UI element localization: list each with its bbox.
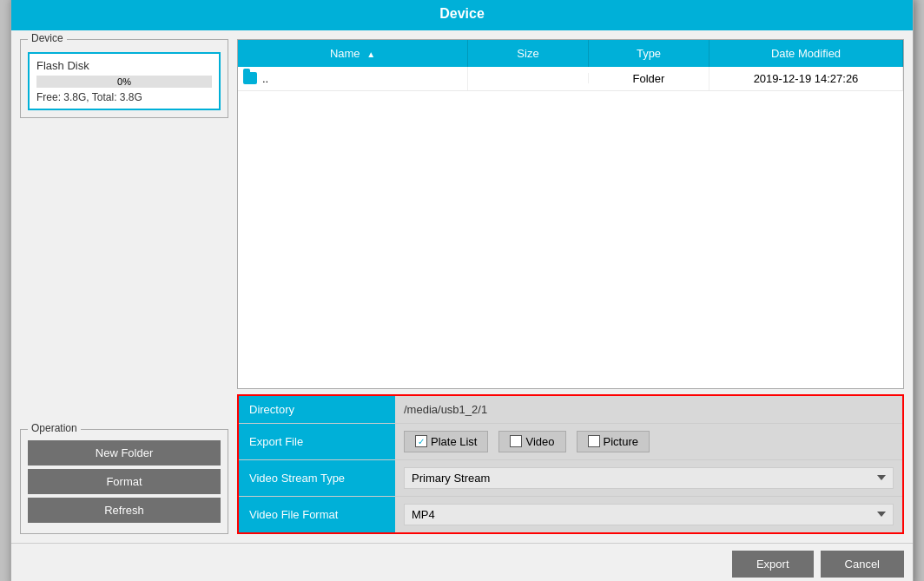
directory-row: Directory /media/usb1_2/1: [239, 396, 902, 424]
sort-arrow-icon: ▲: [366, 50, 375, 59]
file-name: ..: [262, 72, 268, 85]
progress-text: 0%: [36, 76, 212, 88]
device-name: Flash Disk: [36, 59, 212, 72]
folder-icon: [243, 72, 257, 84]
export-file-value: ✓ Plate List Video Picture: [395, 424, 902, 459]
export-file-label: Export File: [239, 424, 395, 459]
left-spacer: [20, 125, 228, 422]
picture-checkbox-item[interactable]: Picture: [577, 431, 650, 452]
right-panel: Name ▲ Size Type Date Modified .. Fold: [237, 39, 904, 534]
video-file-format-row: Video File Format MP4: [239, 497, 902, 532]
th-type: Type: [589, 40, 710, 67]
video-stream-value: Primary Stream: [395, 460, 902, 496]
export-button[interactable]: Export: [732, 551, 814, 578]
video-stream-row: Video Stream Type Primary Stream: [239, 460, 902, 497]
free-total-text: Free: 3.8G, Total: 3.8G: [36, 91, 212, 103]
refresh-button[interactable]: Refresh: [28, 498, 221, 523]
table-row[interactable]: .. Folder 2019-12-19 14:27:26: [238, 67, 903, 91]
device-dialog: Device Device Flash Disk 0% Free: 3.8G, …: [10, 0, 914, 581]
new-folder-button[interactable]: New Folder: [28, 440, 221, 465]
picture-checkbox[interactable]: [588, 435, 600, 447]
video-checkbox[interactable]: [510, 435, 522, 447]
directory-label: Directory: [239, 396, 395, 423]
video-file-format-value: MP4: [395, 497, 902, 532]
video-file-format-label: Video File Format: [239, 497, 395, 532]
dialog-title: Device: [11, 0, 913, 30]
td-name: ..: [238, 67, 468, 90]
plate-list-label: Plate List: [431, 435, 477, 448]
device-section-label: Device: [28, 32, 67, 44]
export-form: Directory /media/usb1_2/1 Export File ✓ …: [237, 394, 904, 534]
td-size: [468, 73, 589, 83]
dialog-footer: Export Cancel: [11, 543, 913, 582]
video-stream-label: Video Stream Type: [239, 460, 395, 496]
plate-list-checkbox-item[interactable]: ✓ Plate List: [404, 431, 488, 452]
th-size: Size: [468, 40, 589, 67]
video-stream-dropdown[interactable]: Primary Stream: [404, 467, 894, 489]
picture-label: Picture: [604, 435, 638, 448]
file-table: Name ▲ Size Type Date Modified .. Fold: [237, 39, 904, 389]
video-label: Video: [525, 435, 554, 448]
export-file-row: Export File ✓ Plate List Video Picture: [239, 424, 902, 460]
video-file-format-selected: MP4: [412, 508, 435, 521]
dialog-body: Device Flash Disk 0% Free: 3.8G, Total: …: [11, 30, 913, 543]
plate-list-checkbox[interactable]: ✓: [415, 435, 427, 447]
dropdown-arrow-icon: [877, 475, 886, 480]
video-checkbox-item[interactable]: Video: [498, 431, 565, 452]
cancel-button[interactable]: Cancel: [821, 551, 904, 578]
th-date: Date Modified: [710, 40, 903, 67]
left-panel: Device Flash Disk 0% Free: 3.8G, Total: …: [20, 39, 228, 534]
device-item: Flash Disk 0% Free: 3.8G, Total: 3.8G: [28, 52, 221, 110]
td-date: 2019-12-19 14:27:26: [710, 67, 903, 90]
format-button[interactable]: Format: [28, 469, 221, 494]
progress-bar-container: 0%: [36, 76, 212, 88]
table-body: .. Folder 2019-12-19 14:27:26: [238, 67, 903, 388]
th-name: Name ▲: [238, 40, 468, 67]
td-type: Folder: [589, 67, 710, 90]
video-stream-selected: Primary Stream: [412, 472, 490, 485]
video-file-dropdown-arrow-icon: [877, 512, 886, 517]
table-header: Name ▲ Size Type Date Modified: [238, 40, 903, 67]
directory-value: /media/usb1_2/1: [395, 396, 902, 423]
operation-section-label: Operation: [28, 422, 81, 434]
video-file-format-dropdown[interactable]: MP4: [404, 504, 894, 525]
operation-section: Operation New Folder Format Refresh: [20, 429, 228, 534]
device-section: Device Flash Disk 0% Free: 3.8G, Total: …: [20, 39, 228, 118]
